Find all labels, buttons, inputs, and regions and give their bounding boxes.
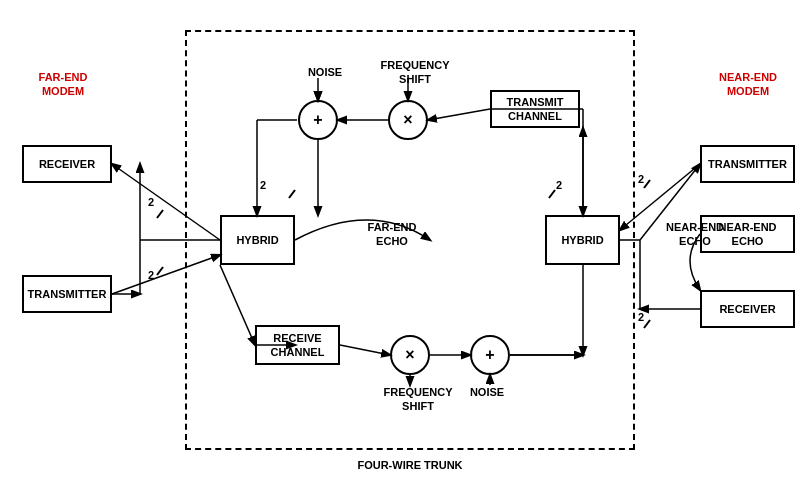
two-label-4: 2 xyxy=(638,310,644,324)
receiver-right-box: RECEIVER xyxy=(700,290,795,328)
two-label-5: 2 xyxy=(260,178,266,192)
plus-bottom-circle: + xyxy=(470,335,510,375)
transmitter-right-box: TRANSMITTER xyxy=(700,145,795,183)
far-end-echo-label: FAR-ENDECHO xyxy=(352,220,432,249)
two-label-3: 2 xyxy=(638,172,644,186)
noise-top-label: NOISE xyxy=(300,65,350,79)
svg-line-20 xyxy=(157,267,163,275)
near-end-modem-label: NEAR-ENDMODEM xyxy=(698,70,798,99)
frequency-shift-bottom-label: FREQUENCYSHIFT xyxy=(378,385,458,414)
transmit-channel-box: TRANSMITCHANNEL xyxy=(490,90,580,128)
hybrid-left-box: HYBRID xyxy=(220,215,295,265)
hybrid-right-box: HYBRID xyxy=(545,215,620,265)
near-end-echo-label: NEAR-ENDECHO xyxy=(655,220,735,249)
two-label-2: 2 xyxy=(148,268,154,282)
svg-line-21 xyxy=(644,180,650,188)
far-end-modem-label: FAR-ENDMODEM xyxy=(18,70,108,99)
two-label-6: 2 xyxy=(556,178,562,192)
svg-line-22 xyxy=(644,320,650,328)
times-bottom-circle: × xyxy=(390,335,430,375)
plus-top-circle: + xyxy=(298,100,338,140)
times-top-circle: × xyxy=(388,100,428,140)
frequency-shift-top-label: FREQUENCYSHIFT xyxy=(375,58,455,87)
transmitter-left-box: TRANSMITTER xyxy=(22,275,112,313)
four-wire-trunk-label: FOUR-WIRE TRUNK xyxy=(310,458,510,472)
two-label-1: 2 xyxy=(148,195,154,209)
svg-line-19 xyxy=(157,210,163,218)
receive-channel-box: RECEIVECHANNEL xyxy=(255,325,340,365)
receiver-left-box: RECEIVER xyxy=(22,145,112,183)
noise-bottom-label: NOISE xyxy=(462,385,512,399)
